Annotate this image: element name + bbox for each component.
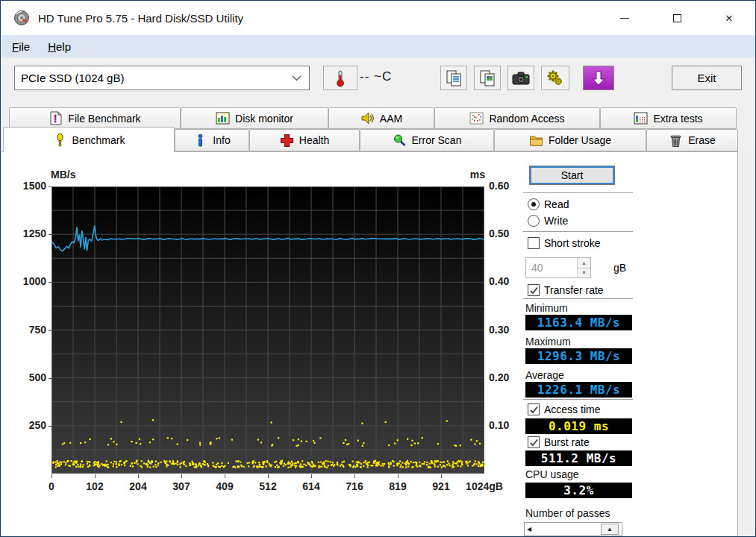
right-axis-tick: 0.40 <box>489 275 509 287</box>
close-button[interactable]: × <box>703 1 755 35</box>
device-select[interactable]: PCIe SSD (1024 gB) <box>14 66 310 90</box>
right-axis-tick: 0.10 <box>489 419 509 431</box>
thermometer-icon <box>335 69 346 87</box>
title-bar: HD Tune Pro 5.75 - Hard Disk/SSD Utility… <box>1 1 755 35</box>
read-radio[interactable] <box>528 198 540 210</box>
start-button[interactable]: Start <box>530 166 614 184</box>
x-axis-end-tick: 1024gB <box>466 480 503 492</box>
menu-item-file[interactable]: File <box>4 38 37 55</box>
maximum-label: Maximum <box>525 336 571 348</box>
read-radio-row[interactable]: Read <box>528 198 569 210</box>
random-access-icon <box>469 111 484 125</box>
burst-rate-row[interactable]: Burst rate <box>528 436 590 448</box>
x-axis-tick: 614 <box>302 480 319 492</box>
tick-mark <box>51 474 52 478</box>
tab-benchmark[interactable]: Benchmark <box>3 127 175 152</box>
file-benchmark-icon: ! <box>49 111 63 125</box>
close-icon: × <box>725 12 733 25</box>
tick-mark <box>441 474 442 478</box>
copy-image-button[interactable] <box>474 66 501 90</box>
svg-text:!: ! <box>54 113 57 125</box>
tab-erase[interactable]: Erase <box>646 129 738 151</box>
tick-mark <box>268 474 269 478</box>
minimize-button[interactable] <box>599 1 651 35</box>
tab-info[interactable]: Info <box>175 129 249 151</box>
copy-image-icon <box>479 69 496 87</box>
short-stroke-checkbox[interactable] <box>528 237 540 249</box>
access-time-checkbox[interactable] <box>528 403 540 415</box>
transfer-rate-checkbox[interactable] <box>528 284 540 296</box>
write-radio-row[interactable]: Write <box>528 215 568 227</box>
tab-disk-monitor[interactable]: Disk monitor <box>181 107 328 129</box>
x-axis-tick: 512 <box>259 480 276 492</box>
screenshot-button[interactable] <box>507 66 534 90</box>
write-radio-label: Write <box>544 215 568 227</box>
error-scan-icon <box>393 134 407 148</box>
tick-mark <box>49 282 51 283</box>
disk-monitor-icon <box>216 111 230 125</box>
separator <box>523 399 633 401</box>
toolbar: PCIe SSD (1024 gB) -- ~C <box>1 57 756 106</box>
start-button-label: Start <box>561 169 584 181</box>
tab-extra-tests[interactable]: Extra tests <box>600 107 737 129</box>
tab-file-benchmark[interactable]: !File Benchmark <box>9 107 181 129</box>
download-arrow-icon <box>591 69 606 87</box>
left-axis-tick: 1000 <box>18 275 46 287</box>
transfer-rate-row[interactable]: Transfer rate <box>528 284 604 296</box>
short-stroke-size-spinner[interactable]: 40 ▲ ▼ <box>525 257 591 278</box>
app-window: HD Tune Pro 5.75 - Hard Disk/SSD Utility… <box>0 0 756 537</box>
minimum-value: 1163.4 MB/s <box>525 315 632 330</box>
tick-mark <box>49 378 51 379</box>
separator <box>523 231 633 233</box>
right-axis-tick: 0.60 <box>489 180 509 192</box>
tab-aam[interactable]: AAM <box>328 107 434 129</box>
short-stroke-label: Short stroke <box>544 237 600 249</box>
right-axis-tick: 0.50 <box>489 227 509 239</box>
maximize-button[interactable] <box>651 1 703 35</box>
write-radio[interactable] <box>528 215 540 227</box>
passes-label: Number of passes <box>525 507 610 519</box>
exit-button-label: Exit <box>697 72 716 84</box>
left-axis-tick: 1250 <box>18 227 46 239</box>
tick-mark <box>49 186 51 187</box>
short-stroke-size-value: 40 <box>526 258 577 277</box>
tab-label: AAM <box>380 113 402 125</box>
passes-left-arrow-icon[interactable]: ◀ <box>527 526 531 533</box>
exit-button[interactable]: Exit <box>672 66 742 90</box>
tab-health[interactable]: Health <box>249 129 360 151</box>
menu-item-help[interactable]: Help <box>40 38 78 55</box>
benchmark-icon <box>53 133 67 147</box>
temperature-button[interactable] <box>323 66 357 90</box>
options-button[interactable] <box>541 66 569 90</box>
passes-spinner[interactable]: ◀ ▲ <box>524 522 622 536</box>
tab-strip: !File BenchmarkDisk monitorAAMRandom Acc… <box>1 106 756 151</box>
spinner-down-button[interactable]: ▼ <box>578 268 590 278</box>
gears-icon <box>546 69 565 87</box>
update-download-button[interactable] <box>583 66 614 90</box>
tab-label: File Benchmark <box>68 113 140 125</box>
burst-rate-checkbox[interactable] <box>528 436 540 448</box>
tab-label: Erase <box>688 134 716 146</box>
x-axis-tick: 102 <box>86 480 103 492</box>
tab-label: Benchmark <box>72 134 125 146</box>
hard-disk-icon <box>13 10 30 26</box>
short-stroke-row[interactable]: Short stroke <box>528 237 600 249</box>
tab-random-access[interactable]: Random Access <box>434 107 600 129</box>
tab-error-scan[interactable]: Error Scan <box>360 129 494 151</box>
read-radio-label: Read <box>544 198 569 210</box>
tab-label: Info <box>213 134 230 146</box>
tab-folder-usage[interactable]: Folder Usage <box>494 129 646 151</box>
aam-icon <box>360 111 375 125</box>
info-icon <box>193 134 207 148</box>
passes-up-button[interactable]: ▲ <box>601 524 619 535</box>
tab-label: Disk monitor <box>235 113 293 125</box>
left-axis-tick: 500 <box>18 371 46 383</box>
cpu-usage-value: 3.2% <box>525 483 632 498</box>
minimum-label: Minimum <box>525 302 568 314</box>
copy-text-button[interactable] <box>440 66 467 90</box>
spinner-up-button[interactable]: ▲ <box>578 258 590 268</box>
left-axis-tick: 750 <box>18 324 46 336</box>
maximize-icon <box>673 14 681 22</box>
tick-mark <box>354 474 355 478</box>
access-time-row[interactable]: Access time <box>528 403 600 415</box>
